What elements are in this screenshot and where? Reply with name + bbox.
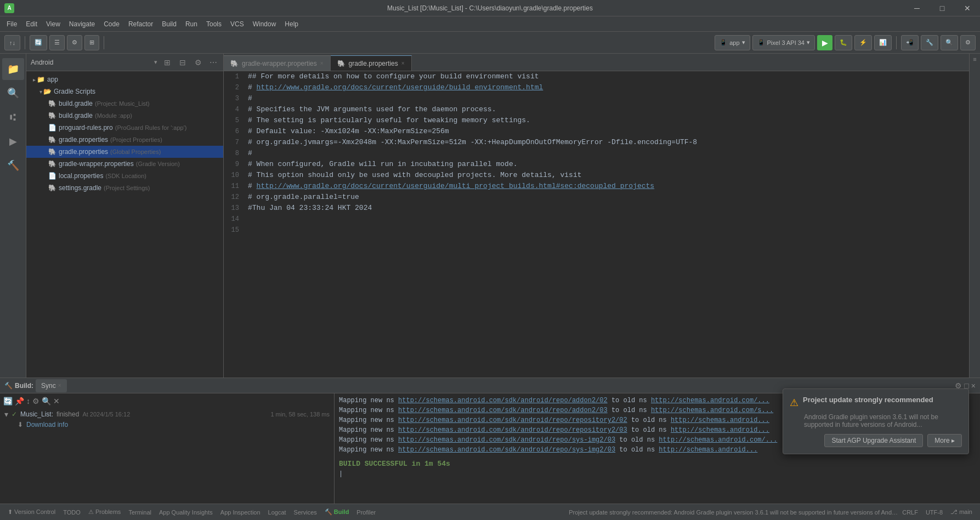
activity-project[interactable]: 📁 [2, 58, 24, 80]
app-inspection-tab[interactable]: App Inspection [217, 509, 264, 516]
activity-build[interactable]: 🔨 [2, 155, 24, 176]
menu-file[interactable]: File [2, 18, 21, 30]
vcs-button[interactable]: ↑↓ [4, 35, 20, 50]
search-everywhere-button[interactable]: 🔍 [941, 35, 958, 50]
build-toolbar-scroll[interactable]: ↕ [26, 397, 30, 405]
tree-item-proguard[interactable]: 📄 proguard-rules.pro (ProGuard Rules for… [26, 122, 223, 134]
window-controls[interactable]: ─ □ ✕ [904, 0, 980, 16]
right-sidebar-scroll[interactable]: ≡ [973, 56, 976, 62]
menu-run[interactable]: Run [181, 18, 202, 30]
version-control-tab[interactable]: ⬆ Version Control [4, 508, 59, 516]
tree-item-gradle-props-global[interactable]: 🐘 gradle.properties (Global Properties) [26, 146, 223, 158]
panel-expand-btn[interactable]: ⊞ [162, 57, 173, 68]
tab-gradle-wrapper[interactable]: 🐘 gradle-wrapper.properties × [224, 55, 331, 71]
settings-button[interactable]: ⚙ [960, 35, 976, 50]
build-toolbar-refresh[interactable]: 🔄 [3, 397, 13, 405]
minimize-button[interactable]: ─ [904, 0, 930, 16]
tree-item-app[interactable]: ▸ 📁 app [26, 73, 223, 85]
tree-item-gradle-props-project[interactable]: 🐘 gradle.properties (Project Properties) [26, 134, 223, 146]
build-tree-expand[interactable]: ▾ [4, 410, 8, 419]
activity-vcs[interactable]: ⑆ [2, 106, 24, 128]
sync-project-button[interactable]: 🔄 [30, 35, 47, 50]
panel-close-btn[interactable]: ⋯ [208, 57, 219, 68]
run-config-selector[interactable]: 📱 app ▾ [715, 35, 750, 50]
run-button[interactable]: ▶ [817, 35, 832, 50]
menu-view[interactable]: View [42, 18, 65, 30]
build-toolbar-filter[interactable]: 🔍 [42, 397, 51, 405]
todo-tab[interactable]: TODO [60, 509, 84, 516]
tree-item-settings-gradle[interactable]: 🐘 settings.gradle (Project Settings) [26, 182, 223, 194]
log-link-1b[interactable]: http://schemas.android.com/... [651, 397, 769, 404]
tree-item-local-props[interactable]: 📄 local.properties (SDK Location) [26, 170, 223, 182]
menu-code[interactable]: Code [99, 18, 124, 30]
menu-refactor[interactable]: Refactor [124, 18, 157, 30]
sync-tab[interactable]: Sync × [36, 379, 67, 392]
tree-item-build-gradle-module[interactable]: 🐘 build.gradle (Module :app) [26, 110, 223, 122]
project-dropdown[interactable]: ▾ [154, 59, 157, 66]
log-link-3[interactable]: http://schemas.android.com/sdk/android/r… [398, 416, 627, 424]
tab-gradle-wrapper-close[interactable]: × [320, 60, 324, 66]
link-multi-project[interactable]: http://www.gradle.org/docs/current/userg… [257, 182, 655, 190]
status-encoding[interactable]: UTF-8 [922, 509, 946, 516]
build-download-item[interactable]: ⬇ Download info [2, 420, 332, 430]
build-tab[interactable]: 🔨 Build [321, 508, 353, 516]
build-toolbar-close[interactable]: ✕ [53, 397, 60, 405]
log-link-2b[interactable]: http://schemas.android.com/s... [651, 407, 773, 414]
app-quality-insights-tab[interactable]: App Quality Insights [156, 509, 216, 516]
problems-tab[interactable]: ⚠ Problems [85, 508, 124, 516]
android-structure-button[interactable]: ☰ [49, 35, 65, 50]
link-build-env[interactable]: http://www.gradle.org/docs/current/userg… [257, 83, 543, 92]
close-button[interactable]: ✕ [955, 0, 980, 16]
menu-window[interactable]: Window [248, 18, 281, 30]
attach-button[interactable]: ⚡ [854, 35, 872, 50]
log-link-6[interactable]: http://schemas.android.com/sdk/android/r… [398, 446, 615, 454]
log-link-4b[interactable]: http://schemas.android... [671, 426, 769, 434]
terminal-tab[interactable]: Terminal [125, 509, 155, 516]
menu-vcs[interactable]: VCS [226, 18, 248, 30]
logcat-tab[interactable]: Logcat [265, 509, 290, 516]
notification-more-button[interactable]: More ▸ [927, 434, 962, 447]
tab-gradle-properties[interactable]: 🐘 gradle.properties × [331, 55, 412, 71]
bottom-hide-btn[interactable]: × [971, 381, 976, 390]
build-toolbar-pin[interactable]: 📌 [15, 397, 24, 405]
log-link-5[interactable]: http://schemas.android.com/sdk/android/r… [398, 436, 615, 444]
menu-edit[interactable]: Edit [21, 18, 42, 30]
toolbar-sep-3 [896, 36, 897, 49]
agp-upgrade-button[interactable]: Start AGP Upgrade Assistant [824, 434, 923, 447]
build-tree-item[interactable]: ▾ ✓ Music_List: finished At 2024/1/5 16:… [2, 409, 332, 420]
build-panel-icon[interactable]: 🔨 [4, 382, 13, 390]
panel-settings-btn[interactable]: ⚙ [192, 57, 203, 68]
log-link-1[interactable]: http://schemas.android.com/sdk/android/r… [398, 397, 608, 404]
layout-button[interactable]: ⊞ [84, 35, 99, 50]
sdk-button[interactable]: 🔧 [921, 35, 938, 50]
panel-collapse-btn[interactable]: ⊟ [177, 57, 188, 68]
services-tab[interactable]: Services [291, 509, 320, 516]
activity-run[interactable]: ▶ [2, 130, 24, 152]
tree-item-gradle-wrapper[interactable]: 🐘 gradle-wrapper.properties (Gradle Vers… [26, 158, 223, 170]
tree-item-build-gradle-project[interactable]: 🐘 build.gradle (Project: Music_List) [26, 98, 223, 110]
status-git[interactable]: ⎇ main [947, 508, 976, 516]
line-num-2: 2 [224, 82, 246, 93]
menu-tools[interactable]: Tools [202, 18, 226, 30]
log-link-5b[interactable]: http://schemas.android.com/... [659, 436, 777, 444]
menu-navigate[interactable]: Navigate [65, 18, 99, 30]
log-link-6b[interactable]: http://schemas.android... [659, 446, 757, 454]
log-link-4[interactable]: http://schemas.android.com/sdk/android/r… [398, 426, 627, 434]
status-crlf[interactable]: CRLF [899, 509, 921, 516]
log-link-2[interactable]: http://schemas.android.com/sdk/android/r… [398, 407, 608, 414]
menu-build[interactable]: Build [157, 18, 181, 30]
debug-button[interactable]: 🐛 [835, 35, 852, 50]
activity-search[interactable]: 🔍 [2, 82, 24, 104]
project-sync-button[interactable]: ⚙ [67, 35, 82, 50]
menu-help[interactable]: Help [280, 18, 303, 30]
profile-button[interactable]: 📊 [874, 35, 892, 50]
maximize-button[interactable]: □ [930, 0, 955, 16]
device-selector[interactable]: 📱 Pixel 3 API 34 ▾ [752, 35, 815, 50]
profiler-tab[interactable]: Profiler [353, 509, 379, 516]
avd-button[interactable]: 📲 [901, 35, 919, 50]
log-link-3b[interactable]: http://schemas.android... [671, 416, 769, 424]
tree-item-gradle-scripts[interactable]: ▾ 📂 Gradle Scripts [26, 85, 223, 98]
build-toolbar-settings[interactable]: ⚙ [32, 397, 39, 405]
tab-gradle-properties-close[interactable]: × [401, 60, 405, 66]
sync-tab-close[interactable]: × [58, 382, 61, 388]
